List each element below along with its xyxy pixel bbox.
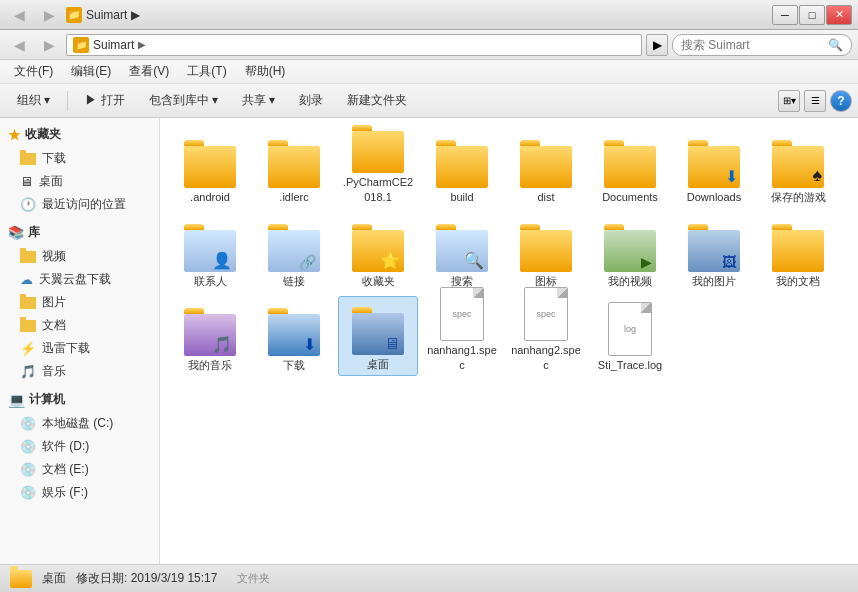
contacts-person-icon: 👤 — [212, 251, 232, 270]
menu-tools[interactable]: 工具(T) — [179, 61, 234, 82]
new-folder-button[interactable]: 新建文件夹 — [336, 88, 418, 114]
file-item-favorites[interactable]: ⭐ 收藏夹 — [338, 212, 418, 292]
include-button[interactable]: 包含到库中 ▾ — [138, 88, 229, 114]
search-input[interactable] — [681, 38, 824, 52]
sidebar-item-drive-e[interactable]: 💿 文档 (E:) — [0, 458, 159, 481]
my-docs-folder-icon — [772, 230, 824, 272]
build-folder-icon — [436, 146, 488, 188]
sidebar-item-drive-d[interactable]: 💿 软件 (D:) — [0, 435, 159, 458]
file-item-my-videos[interactable]: ▶ 我的视频 — [590, 212, 670, 292]
search-box[interactable]: 🔍 — [672, 34, 852, 56]
desktop-monitor-icon: 🖥 — [384, 335, 400, 353]
sidebar-item-pictures[interactable]: 图片 — [0, 291, 159, 314]
sidebar-drive-e-label: 文档 (E:) — [42, 461, 89, 478]
file-item-my-music[interactable]: 🎵 我的音乐 — [170, 296, 250, 376]
sidebar-library-section: 📚 库 视频 ☁ 天翼云盘下载 图片 文档 ⚡ 迅雷下载 — [0, 220, 159, 383]
sidebar-library-header[interactable]: 📚 库 — [0, 220, 159, 245]
nav-go-button[interactable]: ▶ — [646, 34, 668, 56]
sidebar-item-documents[interactable]: 文档 — [0, 314, 159, 337]
sidebar-item-drive-f[interactable]: 💿 娱乐 (F:) — [0, 481, 159, 504]
download2-icon-container: ⬇ — [268, 314, 320, 356]
title-forward-btn[interactable]: ▶ — [36, 4, 62, 26]
file-item-sti-trace[interactable]: log Sti_Trace.log — [590, 296, 670, 376]
help-button[interactable]: ? — [830, 90, 852, 112]
sidebar-recent-label: 最近访问的位置 — [42, 196, 126, 213]
restore-button[interactable]: □ — [799, 5, 825, 25]
file-item-icons[interactable]: 图标 — [506, 212, 586, 292]
share-button[interactable]: 共享 ▾ — [231, 88, 286, 114]
minimize-button[interactable]: ─ — [772, 5, 798, 25]
cloud-icon: ☁ — [20, 272, 33, 287]
video-folder-icon — [20, 251, 36, 263]
preview-pane-button[interactable]: ☰ — [804, 90, 826, 112]
desktop-label: 桌面 — [367, 357, 389, 371]
file-item-download2[interactable]: ⬇ 下载 — [254, 296, 334, 376]
organize-button[interactable]: 组织 ▾ — [6, 88, 61, 114]
download2-label: 下载 — [283, 358, 305, 372]
menu-edit[interactable]: 编辑(E) — [63, 61, 119, 82]
file-item-my-pictures[interactable]: 🖼 我的图片 — [674, 212, 754, 292]
forward-button[interactable]: ▶ — [36, 34, 62, 56]
searches-label: 搜索 — [451, 274, 473, 288]
file-item-desktop[interactable]: 🖥 桌面 — [338, 296, 418, 376]
file-item-build[interactable]: build — [422, 128, 502, 208]
close-button[interactable]: ✕ — [826, 5, 852, 25]
title-text: Suimart — [86, 8, 127, 22]
sidebar-cloud-label: 天翼云盘下载 — [39, 271, 111, 288]
file-item-contacts[interactable]: 👤 联系人 — [170, 212, 250, 292]
file-item-nanhang2[interactable]: spec nanhang2.spec — [506, 296, 586, 376]
search-icon: 🔍 — [828, 38, 843, 52]
my-music-label: 我的音乐 — [188, 358, 232, 372]
sidebar-item-music[interactable]: 🎵 音乐 — [0, 360, 159, 383]
file-item-my-docs[interactable]: 我的文档 — [758, 212, 838, 292]
file-area: .android .idlerc .PyCharmCE2018.1 build … — [160, 118, 858, 564]
file-item-searches[interactable]: 🔍 搜索 — [422, 212, 502, 292]
status-type: 文件夹 — [237, 571, 270, 586]
android-label: .android — [190, 190, 230, 204]
pycharm-label: .PyCharmCE2018.1 — [342, 175, 414, 204]
sidebar-item-desktop[interactable]: 🖥 桌面 — [0, 170, 159, 193]
sidebar-item-recent[interactable]: 🕐 最近访问的位置 — [0, 193, 159, 216]
sidebar-item-thunder[interactable]: ⚡ 迅雷下载 — [0, 337, 159, 360]
dist-folder-icon — [520, 146, 572, 188]
menu-view[interactable]: 查看(V) — [121, 61, 177, 82]
nanhang1-label: nanhang1.spec — [426, 343, 498, 372]
links-icon-container: 🔗 — [268, 230, 320, 272]
sidebar-computer-header[interactable]: 💻 计算机 — [0, 387, 159, 412]
file-item-idlerc[interactable]: .idlerc — [254, 128, 334, 208]
file-item-pycharm[interactable]: .PyCharmCE2018.1 — [338, 128, 418, 208]
sidebar-item-drive-c[interactable]: 💿 本地磁盘 (C:) — [0, 412, 159, 435]
my-pictures-icon-container: 🖼 — [688, 230, 740, 272]
sidebar-item-video[interactable]: 视频 — [0, 245, 159, 268]
back-button[interactable]: ◀ — [6, 34, 32, 56]
icons-folder-icon — [520, 230, 572, 272]
title-back-btn[interactable]: ◀ — [6, 4, 32, 26]
searches-search-icon: 🔍 — [464, 251, 484, 270]
open-button[interactable]: ▶ 打开 — [74, 88, 135, 114]
file-item-saved-games[interactable]: ♠ 保存的游戏 — [758, 128, 838, 208]
icons-label: 图标 — [535, 274, 557, 288]
my-videos-play-icon: ▶ — [641, 254, 652, 270]
pycharm-folder-icon — [352, 131, 404, 173]
sidebar-favorites-header[interactable]: ★ 收藏夹 — [0, 122, 159, 147]
file-item-downloads[interactable]: ⬇ Downloads — [674, 128, 754, 208]
favorites-star-icon: ★ — [8, 127, 21, 143]
file-item-dist[interactable]: dist — [506, 128, 586, 208]
links-chain-icon: 🔗 — [299, 254, 316, 270]
sidebar-item-cloud[interactable]: ☁ 天翼云盘下载 — [0, 268, 159, 291]
file-item-android[interactable]: .android — [170, 128, 250, 208]
downloads-arrow-icon: ⬇ — [725, 167, 738, 186]
file-item-nanhang1[interactable]: spec nanhang1.spec — [422, 296, 502, 376]
sidebar-item-download[interactable]: 下载 — [0, 147, 159, 170]
title-icon: 📁 — [66, 7, 82, 23]
file-item-links[interactable]: 🔗 链接 — [254, 212, 334, 292]
burn-button[interactable]: 刻录 — [288, 88, 334, 114]
file-item-documents[interactable]: Documents — [590, 128, 670, 208]
menu-file[interactable]: 文件(F) — [6, 61, 61, 82]
address-dropdown[interactable]: ▶ — [138, 39, 146, 50]
view-toggle-button[interactable]: ⊞▾ — [778, 90, 800, 112]
sidebar-music-label: 音乐 — [42, 363, 66, 380]
thunder-icon: ⚡ — [20, 341, 36, 356]
menu-help[interactable]: 帮助(H) — [237, 61, 294, 82]
address-bar[interactable]: 📁 Suimart ▶ — [66, 34, 642, 56]
